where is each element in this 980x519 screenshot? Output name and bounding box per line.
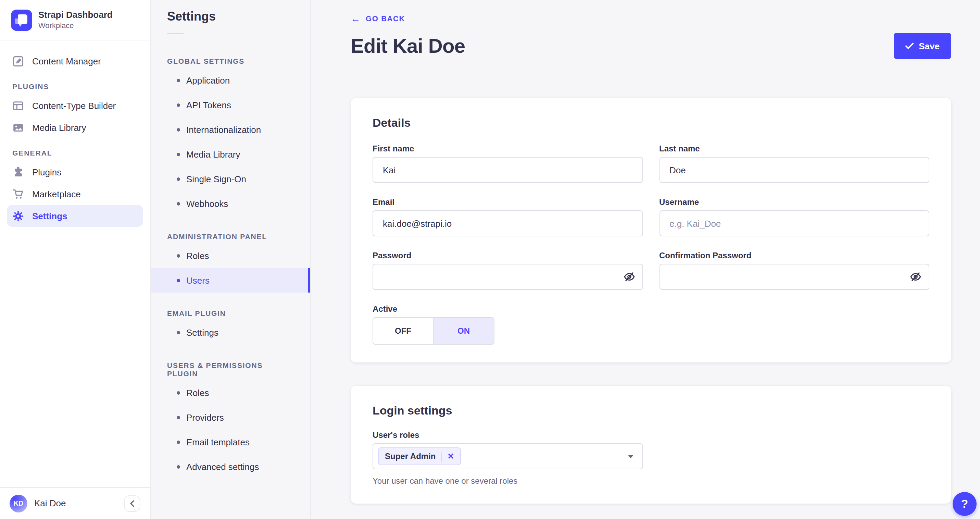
eye-off-icon xyxy=(623,271,635,283)
bullet-icon xyxy=(177,416,180,419)
eye-off-icon xyxy=(910,271,922,283)
subnav-item-up-email-templates[interactable]: Email templates xyxy=(151,430,310,454)
bullet-icon xyxy=(177,128,180,131)
subnav-item-api-tokens[interactable]: API Tokens xyxy=(151,92,310,117)
chevron-left-icon xyxy=(129,500,135,507)
subnav-section-global-settings: GLOBAL SETTINGS xyxy=(151,57,310,65)
help-button-label: ? xyxy=(961,497,968,511)
bullet-icon xyxy=(177,78,180,82)
first-name-input[interactable] xyxy=(372,157,643,183)
back-arrow-icon: ← xyxy=(351,14,360,23)
main-sidebar: Strapi Dashboard Workplace Content Manag… xyxy=(0,0,151,519)
go-back-label: GO BACK xyxy=(366,14,405,22)
bullet-icon xyxy=(177,153,180,156)
sidebar-item-plugins[interactable]: Plugins xyxy=(7,161,143,183)
subnav-section-users-permissions-plugin: USERS & PERMISSIONS PLUGIN xyxy=(151,361,310,377)
sidebar-item-media-library[interactable]: Media Library xyxy=(7,116,143,139)
sidebar-item-content-type-builder[interactable]: Content-Type Builder xyxy=(7,94,143,116)
help-button[interactable]: ? xyxy=(953,492,977,516)
settings-icon xyxy=(12,210,24,222)
bullet-icon xyxy=(177,254,180,257)
active-toggle-off[interactable]: OFF xyxy=(373,318,433,344)
workspace-subtitle: Workplace xyxy=(38,21,113,31)
subnav-item-admin-roles[interactable]: Roles xyxy=(151,243,310,268)
subnav-section-administration-panel: ADMINISTRATION PANEL xyxy=(151,232,310,240)
confirmation-password-input[interactable] xyxy=(659,264,929,290)
brand-text: Strapi Dashboard Workplace xyxy=(38,10,113,30)
subnav-item-application[interactable]: Application xyxy=(151,68,310,92)
active-toggle: OFF ON xyxy=(372,317,495,345)
workspace-title: Strapi Dashboard xyxy=(38,10,113,21)
subnav-item-webhooks[interactable]: Webhooks xyxy=(151,191,310,216)
avatar[interactable]: KD xyxy=(10,494,27,512)
subnav-section-email-plugin: EMAIL PLUGIN xyxy=(151,309,310,317)
sidebar-footer: KD Kai Doe xyxy=(0,487,150,519)
main-content: ← GO BACK Edit Kai Doe Save Details Firs… xyxy=(311,0,980,519)
email-input[interactable] xyxy=(372,210,643,236)
workspace-switcher[interactable]: Strapi Dashboard Workplace xyxy=(0,0,150,40)
active-toggle-on[interactable]: ON xyxy=(433,318,494,344)
bullet-icon xyxy=(177,440,180,444)
last-name-field-group: Last name xyxy=(659,144,929,183)
marketplace-icon xyxy=(12,188,24,200)
content-manager-icon xyxy=(12,55,24,67)
sidebar-item-label: Plugins xyxy=(32,167,61,177)
subnav-item-admin-users[interactable]: Users xyxy=(151,268,310,293)
chevron-down-icon xyxy=(628,455,633,459)
subnav-item-single-sign-on[interactable]: Single Sign-On xyxy=(151,167,310,191)
active-toggle-group: Active OFF ON xyxy=(372,304,495,345)
save-button[interactable]: Save xyxy=(893,33,951,59)
subnav-item-up-advanced-settings[interactable]: Advanced settings xyxy=(151,454,310,479)
active-label: Active xyxy=(372,304,495,314)
toggle-password-visibility-button[interactable] xyxy=(623,271,635,283)
subnav-divider xyxy=(167,33,183,34)
login-settings-card: Login settings User's roles Super Admin … xyxy=(351,386,951,503)
sidebar-section-plugins: PLUGINS xyxy=(7,82,143,91)
sidebar-item-label: Content-Type Builder xyxy=(32,100,116,111)
check-icon xyxy=(905,43,913,49)
username-input[interactable] xyxy=(659,210,929,236)
sidebar-item-settings[interactable]: Settings xyxy=(7,205,143,227)
chip-divider xyxy=(441,451,442,462)
subnav-item-media-library[interactable]: Media Library xyxy=(151,142,310,167)
username-label: Username xyxy=(659,197,929,207)
password-label: Password xyxy=(372,251,643,260)
sidebar-nav: Content Manager PLUGINS Content-Type Bui… xyxy=(0,40,150,487)
toggle-confirmation-password-visibility-button[interactable] xyxy=(910,271,922,283)
media-library-icon xyxy=(12,122,24,133)
strapi-admin-app: Strapi Dashboard Workplace Content Manag… xyxy=(0,0,980,519)
content-type-builder-icon xyxy=(12,100,24,111)
username-field-group: Username xyxy=(659,197,929,236)
plugins-icon xyxy=(12,166,24,178)
collapse-sidebar-button[interactable] xyxy=(124,495,140,511)
confirmation-password-field-group: Confirmation Password xyxy=(659,251,929,290)
confirmation-password-label: Confirmation Password xyxy=(659,251,929,260)
last-name-label: Last name xyxy=(659,144,929,153)
strapi-logo-icon xyxy=(11,10,32,31)
save-button-label: Save xyxy=(919,41,940,51)
details-card: Details First name Last name Email xyxy=(351,98,951,363)
bullet-icon xyxy=(177,279,180,282)
subnav-item-email-settings[interactable]: Settings xyxy=(151,320,310,345)
user-roles-select[interactable]: Super Admin ✕ xyxy=(372,443,643,469)
sidebar-item-label: Content Manager xyxy=(32,56,101,66)
login-settings-title: Login settings xyxy=(372,404,929,418)
go-back-link[interactable]: ← GO BACK xyxy=(351,14,405,23)
password-input[interactable] xyxy=(372,264,643,290)
sidebar-item-label: Settings xyxy=(32,211,67,221)
first-name-field-group: First name xyxy=(372,144,643,183)
active-indicator xyxy=(308,268,310,293)
subnav-item-up-roles[interactable]: Roles xyxy=(151,380,310,405)
remove-role-icon[interactable]: ✕ xyxy=(447,452,454,460)
subnav-item-internationalization[interactable]: Internationalization xyxy=(151,117,310,142)
subnav-title: Settings xyxy=(151,10,310,24)
last-name-input[interactable] xyxy=(659,157,929,183)
sidebar-item-content-manager[interactable]: Content Manager xyxy=(7,50,143,72)
roles-helper-text: Your user can have one or several roles xyxy=(372,476,929,486)
bullet-icon xyxy=(177,465,180,468)
subnav-item-up-providers[interactable]: Providers xyxy=(151,405,310,430)
user-roles-label: User's roles xyxy=(372,430,929,440)
page-header: Edit Kai Doe Save xyxy=(351,33,951,59)
sidebar-item-marketplace[interactable]: Marketplace xyxy=(7,183,143,205)
bullet-icon xyxy=(177,331,180,334)
